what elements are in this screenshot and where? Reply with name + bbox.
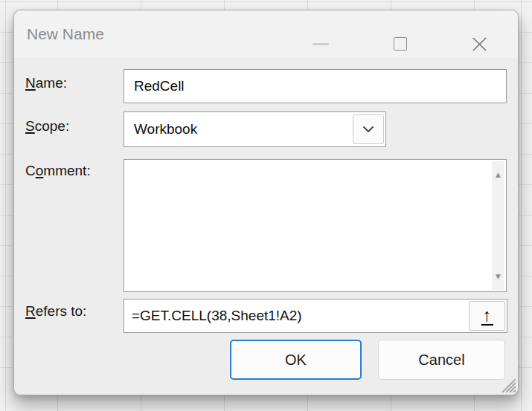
comment-scrollbar[interactable]: ▲ ▼ (492, 161, 504, 290)
close-x-icon (472, 36, 487, 52)
close-button[interactable] (468, 33, 490, 55)
ok-button-label: OK (285, 352, 307, 369)
new-name-dialog: New Name Name: Scope: Workbook Comment: (13, 10, 519, 395)
dialog-title: New Name (27, 10, 104, 58)
grid-line (521, 0, 522, 411)
scroll-down-icon[interactable]: ▼ (492, 273, 504, 280)
scope-dropdown-button[interactable] (353, 114, 384, 144)
comment-label: Comment: (25, 163, 91, 179)
refers-to-label: Refers to: (25, 303, 86, 320)
comment-input[interactable]: ▲ ▼ (124, 159, 507, 292)
name-input[interactable] (124, 69, 507, 103)
refers-to-input[interactable]: =GET.CELL(38,Sheet1!A2) ↑ (124, 299, 507, 333)
minimize-button[interactable] (310, 33, 332, 55)
maximize-square-icon (394, 37, 407, 51)
cancel-button-label: Cancel (418, 352, 464, 369)
maximize-button[interactable] (389, 33, 411, 55)
refers-to-formula: =GET.CELL(38,Sheet1!A2) (132, 300, 302, 332)
minimize-dash-icon (313, 43, 329, 45)
ok-button[interactable]: OK (230, 340, 362, 380)
grid-line (5, 0, 6, 411)
chevron-down-icon (362, 126, 374, 133)
scope-label: Scope: (25, 118, 69, 135)
resize-grip[interactable] (496, 373, 516, 392)
name-label: Name: (25, 75, 67, 91)
scroll-up-icon[interactable]: ▲ (492, 171, 504, 178)
scope-dropdown[interactable]: Workbook (124, 111, 386, 147)
up-arrow-icon: ↑ (481, 306, 493, 326)
collapse-dialog-button[interactable]: ↑ (469, 301, 505, 331)
cancel-button[interactable]: Cancel (378, 340, 505, 380)
dialog-titlebar[interactable]: New Name (14, 10, 518, 58)
scope-selected-value: Workbook (124, 121, 197, 137)
